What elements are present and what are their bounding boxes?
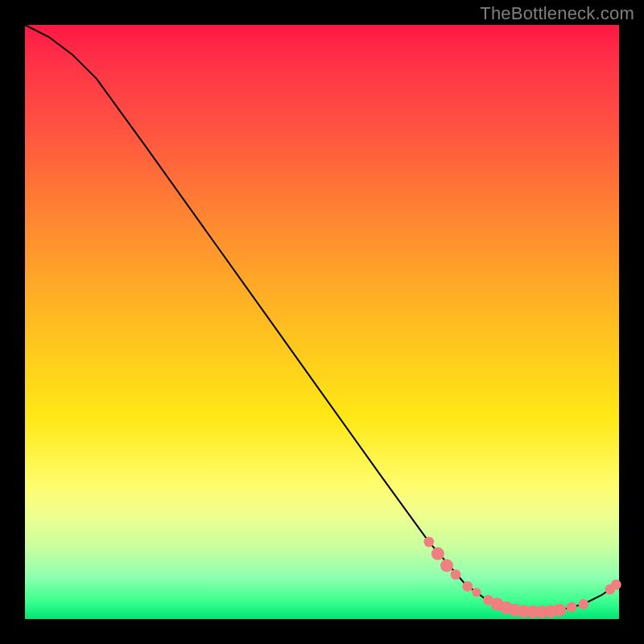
chart-svg: [25, 25, 619, 619]
data-marker: [567, 602, 577, 613]
data-marker: [451, 569, 461, 580]
data-marker: [611, 580, 621, 590]
chart-container: TheBottleneck.com: [0, 0, 644, 644]
data-marker: [440, 559, 453, 572]
data-marker: [553, 604, 566, 617]
data-marker: [472, 588, 481, 597]
data-markers: [423, 537, 621, 618]
plot-area: [25, 25, 619, 619]
bottleneck-curve: [25, 25, 619, 612]
data-marker: [462, 581, 473, 592]
attribution-text: TheBottleneck.com: [480, 3, 634, 24]
data-marker: [423, 537, 434, 547]
data-marker: [431, 547, 444, 560]
data-marker: [578, 599, 588, 609]
